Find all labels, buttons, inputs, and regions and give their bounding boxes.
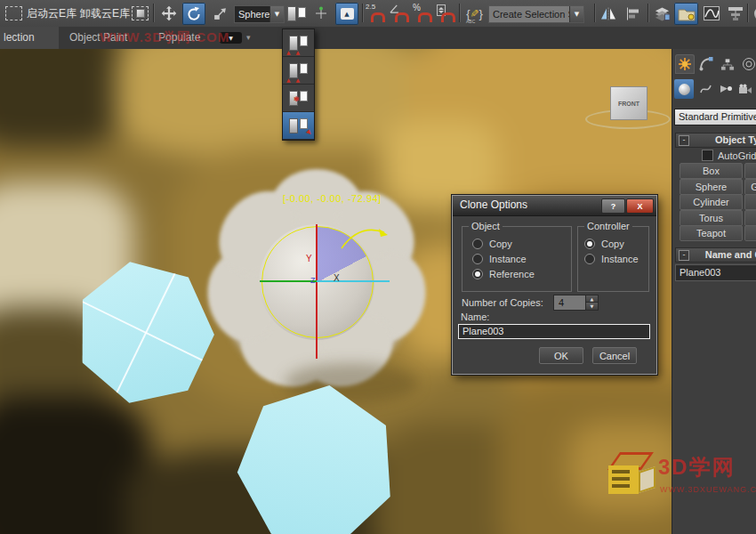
snaps-toggle-icon[interactable]: 2.5: [365, 3, 386, 24]
radio-label: Reference: [489, 269, 535, 279]
use-center-flyout-button[interactable]: [286, 3, 307, 24]
primitive-button-cylinder[interactable]: Cylinder: [680, 194, 743, 210]
toolbar-separator: [459, 4, 461, 22]
autogrid-row: AutoGrid: [702, 150, 756, 161]
uninstall-cloud-library-button[interactable]: 卸载云E库: [80, 0, 130, 27]
manage-layers-icon[interactable]: [651, 3, 672, 24]
radio-object-copy[interactable]: Copy: [472, 239, 512, 249]
copies-spinner-field[interactable]: 4: [553, 295, 590, 311]
primitive-button-teapot[interactable]: Teapot: [680, 225, 743, 241]
red-arrows-icon: ▲ ▲: [286, 77, 302, 83]
transform-coords-readout: [-0.00, -0.00, -72.94]: [283, 193, 382, 204]
primitive-button-tube[interactable]: Tube: [744, 194, 756, 210]
red-arrows-icon: ▲ ▲: [286, 49, 302, 55]
axis-label-z: Z: [310, 276, 316, 285]
toolbar-separator: [747, 4, 749, 22]
gizmo-axis-highlight-cyan: [317, 280, 390, 282]
tab-create[interactable]: [675, 54, 695, 74]
chevron-down-icon: ▼: [569, 6, 583, 22]
category-geometry[interactable]: [674, 79, 694, 99]
axis-label-y: Y: [306, 254, 312, 263]
curve-editor-icon[interactable]: [701, 3, 722, 24]
select-and-scale-icon[interactable]: [209, 3, 230, 24]
percent-snap-toggle-icon[interactable]: %: [412, 3, 433, 24]
object-type-rollout-header[interactable]: - Object Type: [675, 133, 756, 148]
clone-options-dialog: Clone Options ? X Object Copy Instance R…: [452, 195, 657, 375]
coord-system-value: Sphere00: [235, 9, 269, 20]
category-lights[interactable]: [716, 79, 736, 99]
viewcube-front-label: FRONT: [618, 101, 639, 107]
primitive-button-cone[interactable]: Cone: [744, 163, 756, 179]
tab-modify[interactable]: [696, 54, 716, 74]
logo-brand-text: 3D学网: [658, 453, 736, 481]
flyout-use-selection-center[interactable]: ✱: [283, 85, 314, 112]
primitive-button-box[interactable]: Box: [680, 163, 743, 179]
red-arrow-icon: ▶: [305, 128, 313, 136]
primitive-button-torus[interactable]: Torus: [680, 210, 743, 226]
select-and-rotate-icon[interactable]: [182, 3, 205, 25]
spinner-snap-toggle-icon[interactable]: [435, 3, 456, 24]
render-setup-icon[interactable]: [751, 3, 756, 24]
primitive-category-value: Standard Primitives: [679, 111, 756, 122]
named-selection-set-dropdown[interactable]: Create Selection Se ▼: [488, 5, 584, 23]
flyout-use-transform-coordinate-center[interactable]: ▶: [283, 112, 314, 140]
kbd-up-arrow: ▲: [344, 11, 349, 18]
toolbar-separator: [153, 4, 155, 22]
logo-cube-front: [608, 465, 639, 494]
ok-button[interactable]: OK: [539, 347, 583, 364]
radio-controller-copy[interactable]: Copy: [584, 239, 624, 249]
primitive-button-geosphere[interactable]: GeoSphere: [744, 179, 756, 195]
primitive-button-sphere[interactable]: Sphere: [680, 179, 743, 195]
radio-object-instance[interactable]: Instance: [472, 254, 527, 264]
cancel-button[interactable]: Cancel: [592, 347, 637, 364]
dialog-close-button[interactable]: X: [626, 198, 654, 214]
name-color-rollout-header[interactable]: - Name and Color: [675, 247, 756, 263]
object-name-field[interactable]: Plane003: [675, 264, 756, 281]
tab-motion[interactable]: [739, 54, 756, 74]
edit-named-selection-sets-icon[interactable]: { ✎ } ABC: [462, 3, 487, 24]
ribbon-options-caret[interactable]: ▾: [246, 27, 251, 49]
collapse-icon[interactable]: -: [679, 250, 689, 261]
axis-label-x: X: [334, 273, 340, 283]
select-and-move-icon[interactable]: [158, 3, 180, 24]
flyout-use-pivot-point-center-2[interactable]: ▲ ▲: [283, 57, 314, 85]
viewcube[interactable]: FRONT: [610, 86, 647, 120]
copies-label: Number of Copies:: [462, 297, 543, 308]
primitive-button-pyramid[interactable]: Pyramid: [744, 210, 756, 226]
tab-hierarchy[interactable]: [718, 54, 737, 74]
spin-down-icon: ▼: [591, 303, 594, 309]
logo-subtitle-text: WWW.3DXUEWANG.COM: [660, 485, 756, 494]
primitive-category-dropdown[interactable]: Standard Primitives: [674, 109, 756, 125]
select-and-manipulate-icon[interactable]: [310, 3, 332, 24]
ribbon-tab-bar: lection Object Paint Populate ▼ ▾ WWW.3D…: [0, 27, 756, 49]
reference-coordinate-system-dropdown[interactable]: Sphere00 ▼: [234, 5, 285, 23]
rectangular-selection-region-icon[interactable]: [3, 3, 24, 24]
radio-object-reference[interactable]: Reference: [472, 269, 535, 279]
collapse-icon[interactable]: -: [679, 135, 689, 146]
primitive-button-plane[interactable]: Plane: [744, 225, 756, 241]
snap-mode-label: 2.5: [366, 3, 375, 11]
select-object-icon[interactable]: [129, 3, 150, 24]
gizmo-rotation-arrow: [340, 222, 391, 255]
object-group-label: Object: [469, 221, 503, 231]
dialog-help-button[interactable]: ?: [601, 198, 625, 214]
logo-cube-right: [639, 466, 655, 493]
tab-selection[interactable]: lection: [0, 27, 59, 49]
angle-snap-toggle-icon[interactable]: [389, 3, 410, 24]
clone-name-input[interactable]: Plane003: [458, 324, 650, 339]
launch-cloud-library-button[interactable]: 启动云E库: [27, 0, 76, 27]
watermark-text: WWW.3D学网.COM: [100, 29, 229, 46]
category-cameras[interactable]: [736, 79, 755, 99]
dialog-titlebar[interactable]: Clone Options ? X: [453, 196, 656, 216]
radio-controller-instance[interactable]: Instance: [584, 254, 639, 264]
autogrid-checkbox[interactable]: [702, 150, 713, 161]
toggle-scene-explorer-icon[interactable]: [674, 3, 698, 25]
dialog-title: Clone Options: [460, 198, 527, 211]
align-icon[interactable]: [623, 3, 644, 24]
flyout-use-pivot-point-center[interactable]: ▲ ▲: [283, 29, 314, 57]
category-shapes[interactable]: [696, 79, 715, 99]
schematic-view-icon[interactable]: [725, 3, 746, 24]
mirror-icon[interactable]: [598, 3, 619, 24]
keyboard-shortcut-override-icon[interactable]: ▲: [335, 3, 358, 25]
spinner-down-button[interactable]: ▼: [585, 302, 599, 311]
